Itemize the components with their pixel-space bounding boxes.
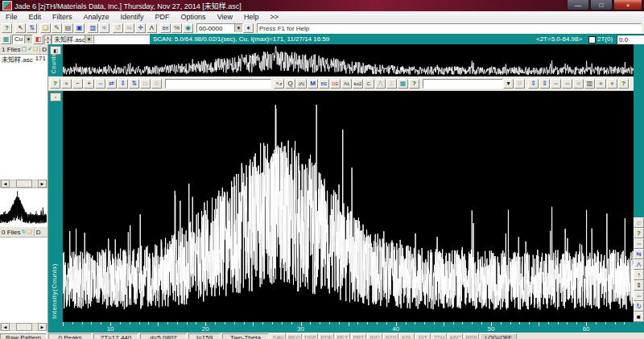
scroll-left-icon[interactable]: ◀ bbox=[1, 323, 10, 331]
zoom-out-button[interactable]: − bbox=[72, 79, 83, 89]
menu-edit[interactable]: Edit bbox=[23, 11, 47, 23]
stack-view-button[interactable]: ▥ bbox=[584, 79, 595, 89]
print-button[interactable]: ▤ bbox=[63, 23, 73, 33]
save-button[interactable]: ▣ bbox=[74, 23, 85, 33]
help-button[interactable]: ? bbox=[2, 23, 12, 33]
phase-dropdown-button[interactable]: ▾ bbox=[503, 79, 514, 89]
menu-file[interactable]: File bbox=[0, 11, 23, 23]
filter-input[interactable] bbox=[93, 35, 153, 44]
pattern-thumbnail-chart[interactable] bbox=[0, 188, 47, 225]
flag-log[interactable]: LOG=OFF bbox=[480, 333, 517, 339]
scroll-updown-button[interactable]: ⇕ bbox=[634, 280, 644, 291]
annotation-input[interactable] bbox=[165, 79, 271, 89]
mini-pattern-button[interactable]: ▱ bbox=[634, 217, 644, 228]
maximize-button[interactable]: □ bbox=[590, 0, 613, 10]
rotate-button[interactable]: ↻ bbox=[634, 301, 644, 312]
scroll-up-button[interactable]: ↑ bbox=[634, 270, 644, 280]
folder2-icon[interactable]: ❏ bbox=[27, 229, 31, 235]
file-combo[interactable]: 未知样.asc ▼ bbox=[52, 35, 93, 44]
peaks-button[interactable]: Λ bbox=[147, 23, 157, 33]
top-list-scrollbar[interactable]: ◀ ▶ bbox=[0, 180, 47, 188]
menu-filters[interactable]: Filters bbox=[47, 11, 78, 23]
pan-button[interactable]: ✛ bbox=[135, 23, 146, 33]
flag-bkg[interactable]: BKG bbox=[287, 333, 302, 339]
scrollbar-thumb[interactable] bbox=[16, 323, 32, 331]
menu-options[interactable]: Options bbox=[175, 11, 212, 23]
peak-jump-button[interactable]: Λ bbox=[634, 259, 644, 270]
open-folder-button[interactable]: ❏ bbox=[40, 23, 51, 33]
scroll-left-icon[interactable]: ◀ bbox=[1, 180, 10, 188]
flag-2th[interactable]: 2TH bbox=[431, 333, 447, 339]
expand-y-button[interactable]: ⇕ bbox=[118, 79, 128, 89]
compress-x-button[interactable]: ⇄ bbox=[106, 79, 117, 89]
bottom-list-scrollbar[interactable]: ◀ ▶ bbox=[0, 323, 47, 331]
display-colors-button[interactable]: ◧ bbox=[33, 35, 43, 44]
folder-icon[interactable]: ❏ bbox=[33, 46, 38, 52]
pan-step-button[interactable]: ⇆ bbox=[634, 249, 644, 259]
scroll-right-icon[interactable]: ▶ bbox=[38, 323, 47, 331]
ka2-strip-button[interactable]: kα2 bbox=[353, 79, 363, 89]
menu-identify[interactable]: Identify bbox=[115, 11, 150, 23]
background-edit-button[interactable]: BE bbox=[319, 79, 329, 89]
flag-dsp[interactable]: DSP bbox=[303, 333, 318, 339]
flag-rid[interactable]: RID bbox=[367, 333, 382, 339]
stop-button[interactable]: ● bbox=[61, 79, 72, 89]
flag-rpb[interactable]: RPB bbox=[464, 333, 479, 339]
overlay-pattern-button[interactable]: ≈ bbox=[99, 23, 109, 33]
menu-view[interactable]: View bbox=[212, 11, 238, 23]
monitor-icon[interactable]: ▢ bbox=[22, 46, 27, 52]
edit-pattern-button[interactable]: ✎ bbox=[52, 23, 62, 33]
pan-x-button[interactable]: ⇔ bbox=[634, 238, 644, 249]
help4-button[interactable]: ? bbox=[618, 79, 629, 89]
scale-up-button[interactable]: ⇕ bbox=[528, 79, 539, 89]
compress-y-button[interactable]: ⇅ bbox=[129, 79, 139, 89]
data-edit-button[interactable]: DE bbox=[330, 79, 341, 89]
droplet-button[interactable]: ♦ bbox=[243, 23, 254, 33]
peak-cursor-button[interactable]: |Λ| bbox=[296, 79, 307, 89]
crystallite-button[interactable]: C. bbox=[364, 79, 374, 89]
flag-szs[interactable]: SZS bbox=[383, 333, 398, 339]
flag-pdf[interactable]: PDF bbox=[319, 333, 334, 339]
shift-right-button[interactable]: ⇔ bbox=[562, 79, 572, 89]
help2-button[interactable]: ? bbox=[50, 79, 60, 89]
scrollbar-thumb[interactable] bbox=[16, 180, 32, 188]
menu-analyze[interactable]: Analyze bbox=[78, 11, 115, 23]
pattern-thumb-button[interactable]: ▦ bbox=[1, 35, 11, 44]
expand-x-button[interactable]: ⇔ bbox=[95, 79, 105, 89]
help3-button[interactable]: ? bbox=[409, 79, 419, 89]
help5-button[interactable]: ? bbox=[634, 228, 644, 238]
pointer-z-button[interactable]: ↖z bbox=[274, 79, 284, 89]
scroll-leftright-button[interactable]: ⇔ bbox=[634, 291, 644, 301]
file-list-item[interactable]: 未知样.asc171 bbox=[0, 55, 47, 64]
shift-left-button[interactable]: ⇔ bbox=[551, 79, 561, 89]
close-button[interactable]: × bbox=[613, 0, 642, 10]
minimize-button[interactable]: — bbox=[567, 0, 589, 10]
scroll-right-icon[interactable]: ▶ bbox=[38, 180, 47, 188]
cursor-button[interactable]: ↖ bbox=[15, 23, 26, 33]
record2-button[interactable]: ● bbox=[607, 79, 617, 89]
overview-chart[interactable] bbox=[63, 44, 634, 76]
check-icon[interactable]: ✓ bbox=[27, 46, 32, 52]
record1-button[interactable]: ● bbox=[596, 79, 606, 89]
pdf-number-combo[interactable]: 00-0000 ▼ bbox=[196, 23, 243, 33]
grid-view-button[interactable]: ▦ bbox=[398, 79, 408, 89]
main-options-button[interactable]: ▫ bbox=[50, 93, 61, 101]
flag-abc[interactable]: ABC bbox=[448, 333, 463, 339]
thumbnail-panel[interactable] bbox=[0, 188, 47, 227]
flag-sav[interactable]: SAV bbox=[270, 333, 286, 339]
phase-input[interactable] bbox=[423, 79, 503, 89]
menu-pdf[interactable]: PDF bbox=[150, 11, 175, 23]
zoom-in-button[interactable]: + bbox=[84, 79, 94, 89]
menu-[interactable]: >> bbox=[265, 11, 285, 23]
recycle-icon[interactable]: ↻ bbox=[22, 229, 27, 235]
spinner[interactable]: ▲ ▼ bbox=[44, 35, 52, 44]
background-fit-button[interactable]: B8 bbox=[160, 23, 171, 33]
anode-combo[interactable]: Cu ▼ bbox=[12, 35, 33, 44]
flag-fit[interactable]: FIT bbox=[415, 333, 431, 339]
smooth-button[interactable]: % bbox=[171, 23, 182, 33]
menu-help[interactable]: Help bbox=[238, 11, 265, 23]
globe-report-button[interactable]: ◉ bbox=[183, 23, 193, 33]
flag-pet[interactable]: PET bbox=[335, 333, 350, 339]
twin-peaks-button[interactable]: M bbox=[308, 79, 318, 89]
scale-down-button[interactable]: ⇕ bbox=[539, 79, 550, 89]
